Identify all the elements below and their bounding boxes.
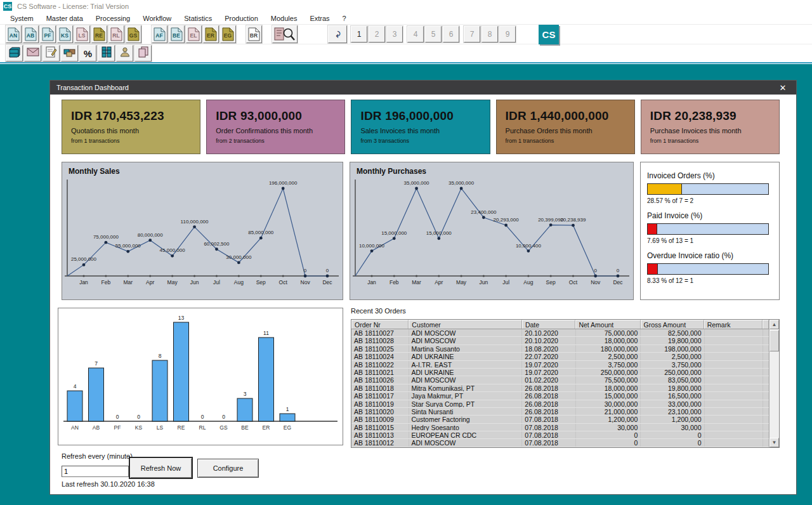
refresh-now-button[interactable]: Refresh Now — [129, 457, 192, 478]
configure-button[interactable]: Configure — [197, 459, 259, 478]
transactions-bar-chart: 4AN7AB0PF0KS8LS13RE0RL0GS3BE11ER1EG — [58, 308, 343, 445]
menu-item-master-data[interactable]: Master data — [40, 13, 89, 23]
scroll-up-icon[interactable]: ▲ — [769, 320, 779, 329]
page-button-9[interactable]: 9 — [499, 26, 516, 43]
page-button-8[interactable]: 8 — [481, 26, 498, 43]
table-row[interactable]: AB 18110021ADI UKRAINE19.07.2020250,000,… — [351, 369, 769, 376]
gs-document-icon: GS — [128, 27, 140, 41]
toolbar-button-copy[interactable] — [134, 45, 152, 62]
toolbar-button-rl[interactable]: RL — [108, 25, 124, 43]
af-document-icon: AF — [154, 27, 166, 41]
column-header-net-amount[interactable]: Net Amount — [575, 320, 640, 329]
page-button-2[interactable]: 2 — [369, 26, 385, 43]
menu-item-extras[interactable]: Extras — [303, 13, 336, 23]
scroll-down-icon[interactable]: ▼ — [769, 438, 779, 447]
table-cell — [763, 392, 769, 399]
toolbar-button-user[interactable] — [116, 45, 133, 62]
toolbar-button-el[interactable]: EL — [186, 25, 202, 43]
toolbar-button-box[interactable] — [6, 45, 23, 62]
column-header-date[interactable]: Date — [522, 320, 575, 329]
table-row[interactable]: AB 18110022A-I.TR. EAST19.07.20203,750,0… — [351, 361, 769, 369]
toolbar-button-ab[interactable]: AB — [23, 25, 39, 43]
toolbar-button-mail[interactable] — [24, 45, 41, 62]
table-row[interactable]: AB 18110015Hedry Soesanto07.08.201830,00… — [351, 424, 769, 431]
toolbar-button-af[interactable]: AF — [152, 25, 167, 43]
page-button-3[interactable]: 3 — [386, 26, 403, 43]
window-titlebar[interactable]: Transaction Dashboard ✕ — [50, 81, 796, 95]
table-row[interactable]: AB 18110017Jaya Makmur, PT26.08.201815,0… — [351, 392, 769, 400]
table-cell: 23,100,000 — [641, 408, 704, 415]
toolbar-button-note-edit[interactable] — [43, 45, 60, 62]
table-cell: 07.08.2018 — [522, 439, 576, 446]
table-row[interactable]: AB 18110025Martina Susanto18.08.2020180,… — [351, 345, 769, 353]
column-header-remark[interactable]: Remark — [704, 320, 763, 329]
menu-item-processing[interactable]: Processing — [89, 13, 136, 23]
table-cell: 20.10.2020 — [522, 337, 576, 344]
toolbar-button-ks[interactable]: KS — [57, 25, 73, 43]
menu-item-[interactable]: ? — [336, 13, 353, 23]
progress-track — [647, 183, 769, 195]
page-button-1[interactable]: 1 — [351, 26, 367, 43]
toolbar-button-cubes[interactable] — [61, 45, 78, 62]
toolbar-button-er[interactable]: ER — [203, 25, 219, 43]
svg-text:RL: RL — [112, 32, 119, 39]
table-cell: AB 18110009 — [351, 416, 409, 423]
kpi-amount: IDR 93,000,000 — [216, 109, 336, 123]
table-cell: AB 18110019 — [351, 400, 409, 407]
toolbar-button-percent[interactable]: % — [79, 45, 96, 62]
toolbar-button-ls[interactable]: LS — [74, 25, 90, 43]
toolbar-button-an[interactable]: AN — [6, 25, 22, 43]
copy-icon — [138, 46, 148, 60]
column-header-order-nr[interactable]: Order Nr — [351, 320, 409, 329]
document-search-button[interactable] — [272, 25, 298, 43]
percent-icon: % — [84, 48, 92, 59]
column-header-empty[interactable] — [763, 320, 769, 329]
column-header-customer[interactable]: Customer — [409, 320, 522, 329]
kpi-label: Sales Invoices this month — [360, 127, 480, 134]
orders-grid: Order NrCustomerDateNet AmountGross Amou… — [351, 320, 769, 447]
table-cell: EUROPEAN CR CDC — [409, 431, 523, 438]
table-row[interactable]: AB 18110026ADI MOSCOW01.02.202075,500,00… — [351, 376, 769, 384]
page-button-4[interactable]: 4 — [407, 26, 424, 43]
close-icon[interactable]: ✕ — [776, 83, 790, 93]
page-button-5[interactable]: 5 — [425, 26, 442, 43]
page-button-7[interactable]: 7 — [464, 26, 480, 43]
table-row[interactable]: AB 18110013EUROPEAN CR CDC07.08.201800 — [351, 431, 769, 439]
cs-logo-button[interactable]: CS — [539, 25, 559, 44]
menu-item-production[interactable]: Production — [218, 13, 265, 23]
table-row[interactable]: AB 18110012ADI MOSCOW07.08.201800 — [351, 439, 769, 447]
table-row[interactable]: AB 18110009Customer Factoring07.08.20181… — [351, 416, 769, 423]
column-header-gross-amount[interactable]: Gross Amount — [641, 320, 704, 329]
table-cell: 26.08.2018 — [522, 400, 576, 407]
toolbar-button-pf[interactable]: PF — [40, 25, 56, 43]
table-row[interactable]: AB 18110027ADI MOSCOW20.10.202075,000,00… — [351, 329, 769, 337]
svg-text:BE: BE — [173, 32, 180, 39]
undo-button[interactable]: ↷ — [328, 25, 347, 43]
table-row[interactable]: AB 18110018Mitra Komunikasi, PT26.08.201… — [351, 384, 769, 392]
last-refresh-text: Last refresh 30.10.2020 16:38 — [62, 480, 155, 488]
table-row[interactable]: AB 18110024ADI UKRAINE22.07.20202,500,00… — [351, 353, 769, 360]
toolbar-button-br[interactable]: BR — [246, 25, 262, 43]
table-cell: AB 18110018 — [351, 384, 409, 391]
menu-item-modules[interactable]: Modules — [265, 13, 304, 23]
scrollbar-thumb[interactable] — [769, 330, 779, 351]
monthly-purchases-panel: Monthly Purchases 10,000,000Jan15,000,00… — [350, 162, 634, 300]
page-button-6[interactable]: 6 — [443, 26, 459, 43]
table-row[interactable]: AB 18110028ADI MOSCOW20.10.202018,000,00… — [351, 337, 769, 344]
toolbar-button-re[interactable]: RE — [91, 25, 107, 43]
menu-item-workflow[interactable]: Workflow — [136, 13, 178, 23]
monthly-purchases-chart: 10,000,000Jan15,000,000Feb35,000,000Mar1… — [350, 176, 633, 296]
table-row[interactable]: AB 18110019Star Surya Comp, PT26.08.2018… — [351, 400, 769, 408]
table-scrollbar[interactable]: ▲ ▼ — [769, 320, 779, 447]
menu-item-statistics[interactable]: Statistics — [178, 13, 218, 23]
toolbar-button-gs[interactable]: GS — [126, 25, 141, 43]
refresh-interval-input[interactable] — [62, 466, 129, 477]
menu-item-system[interactable]: System — [4, 13, 40, 23]
toolbar-button-database[interactable] — [98, 45, 115, 62]
progress-value-text: 8.33 % of 12 = 1 — [647, 277, 773, 284]
table-cell — [705, 376, 763, 383]
table-row[interactable]: AB 18110020Sinta Nursanti26.08.201821,00… — [351, 408, 769, 416]
toolbar-button-eg[interactable]: EG — [220, 25, 236, 43]
kpi-card-purchase-invoices-this-month: IDR 20,238,939Purchase Invoices this mon… — [641, 100, 780, 154]
toolbar-button-be[interactable]: BE — [169, 25, 185, 43]
